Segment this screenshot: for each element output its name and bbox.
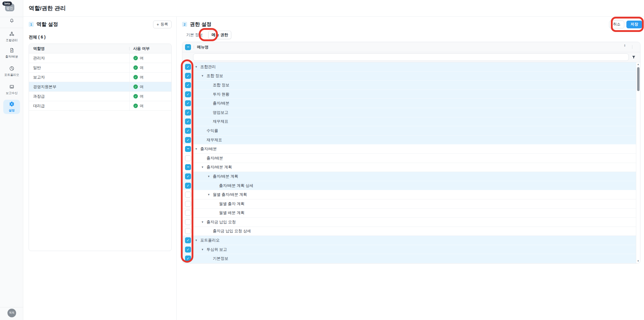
sort-icon[interactable]: ▲▼ [624,44,626,47]
tab-basic-info[interactable]: 기본 정보 [183,31,206,39]
sidebar-item-union-mgmt[interactable]: 조합관리 [0,31,23,42]
menu-name-cell: ▼ 수익률 [194,128,218,133]
expand-arrow-icon[interactable]: ▼ [201,221,207,224]
menu-label: 영업보고 [213,110,228,115]
expand-arrow-icon[interactable]: ▼ [201,166,207,169]
menu-tree-row[interactable]: ▼ 조합관리 [182,62,640,72]
menu-tree-row[interactable]: ▼ 출자/배분 계획 [182,163,640,172]
menu-tree-row[interactable]: ▼ 조합 정보 [182,81,640,90]
cancel-button[interactable]: 취소 [609,21,624,28]
save-button[interactable]: 저장 [626,21,642,28]
menu-name-cell: ▼ 기본정보 [194,256,228,261]
expand-arrow-icon[interactable]: ▼ [201,74,207,77]
row-checkbox[interactable] [185,146,191,152]
expand-arrow-icon[interactable]: ▼ [195,147,200,150]
menu-tree-row[interactable]: ▼ 출자금 납입 요청 [182,218,640,227]
row-checkbox[interactable] [185,128,191,134]
role-table-row[interactable]: 대리급 ✓ 여 [29,101,171,111]
row-checkbox[interactable] [185,256,191,261]
filter-funnel-icon[interactable] [631,55,636,59]
row-checkbox[interactable] [185,247,191,253]
row-checkbox[interactable] [185,173,191,179]
expand-arrow-icon[interactable]: ▼ [207,175,213,178]
sidebar-item-label: 조합관리 [6,38,18,42]
gear-icon [9,101,15,107]
role-table-row[interactable]: 보고자 ✓ 여 [29,73,171,82]
menu-tree-row[interactable]: ▼ 월별 출자/배분 계획 [182,190,640,199]
role-use-label: 여 [140,84,144,90]
row-checkbox[interactable] [185,155,191,161]
row-checkbox[interactable] [185,82,191,88]
row-checkbox[interactable] [185,192,191,198]
page-header: 역할/권한 관리 [23,0,644,17]
expand-arrow-icon[interactable]: ▼ [195,65,200,68]
org-icon [9,31,15,37]
menu-label: 출자/배분 계획 [213,174,238,179]
expand-arrow-icon[interactable]: ▼ [207,193,213,196]
step-badge-2: 2 [182,22,187,27]
row-checkbox[interactable] [185,237,191,243]
role-table-row[interactable]: 과장급 ✓ 여 [29,92,171,101]
sidebar-item-portfolio[interactable]: 포트폴리오 [0,66,23,77]
scrollbar-thumb[interactable] [637,67,640,91]
expand-arrow-icon[interactable]: ▼ [195,239,200,242]
sidebar-item-report-inbox[interactable]: 보고수신 [0,84,23,95]
menu-tree-row[interactable]: ▼ 재무제표 [182,117,640,127]
menu-tree-row[interactable]: ▼ 출자/배분 계획 [182,172,640,181]
menu-tree-row[interactable]: ▼ 출자/배분 [182,154,640,163]
menu-tree-row[interactable]: ▼ 투자 현황 [182,90,640,99]
menu-tree-row[interactable]: ▼ 포트폴리오 [182,236,640,245]
row-checkbox[interactable] [185,64,191,70]
register-button[interactable]: + 등록 [153,21,172,28]
menu-tree-row[interactable]: ▼ 출자금 납입 요청 상세 [182,227,640,236]
menu-name-cell: ▼ 출자/배분 [194,101,229,106]
row-checkbox[interactable] [185,91,191,97]
row-checkbox[interactable] [185,183,191,189]
menu-tree-row[interactable]: ▼ 투심위 보고 [182,245,640,254]
row-checkbox[interactable] [185,210,191,216]
menu-label: 수익률 [207,128,218,133]
role-table-row[interactable]: 경영지원본부 ✓ 여 [29,82,171,92]
role-use-cell: ✓ 여 [129,63,171,72]
row-checkbox[interactable] [185,73,191,79]
menu-filter-input[interactable] [193,53,629,61]
menu-name-cell: ▼ 월별 출자/배분 계획 [194,192,247,197]
role-use-label: 여 [140,65,144,70]
menu-label: 재무제표 [207,137,222,143]
row-checkbox[interactable] [185,137,191,143]
menu-tree-row[interactable]: ▼ 재무제표 [182,136,640,145]
notifications-button[interactable] [0,18,23,24]
menu-tree-row[interactable]: ▼ 조합 정보 [182,72,640,81]
row-checkbox[interactable] [185,100,191,106]
role-table-body: 관리자 ✓ 여 일반 ✓ 여 보고자 ✓ 여 경영지원본부 ✓ 여 과장급 ✓ … [29,53,171,111]
sidebar-item-contribution[interactable]: $ 출자/배분 [0,47,23,59]
row-checkbox[interactable] [185,201,191,207]
row-checkbox[interactable] [185,110,191,116]
role-table-row[interactable]: 관리자 ✓ 여 [29,53,171,63]
menu-tree-row[interactable]: ▼ 월별 출자 계획 [182,199,640,209]
tree-scrollbar[interactable]: ▲ ▼ [636,62,640,263]
column-resize-handle[interactable] [632,45,632,49]
sidebar-item-settings[interactable]: 설정 [0,101,23,113]
row-checkbox[interactable] [185,119,191,124]
scroll-down-icon[interactable]: ▼ [637,260,640,262]
tab-menu-permission[interactable]: 메뉴 권한 [208,31,232,39]
menu-tree-row[interactable]: ▼ 출자/배분 [182,144,640,154]
row-checkbox-cell [182,164,194,170]
menu-tree-row[interactable]: ▼ 수익률 [182,126,640,136]
menu-label: 투자 현황 [213,92,229,97]
scroll-up-icon[interactable]: ▲ [637,63,640,66]
menu-tree-row[interactable]: ▼ 기본정보 [182,254,640,263]
menu-tree-row[interactable]: ▼ 출자/배분 계획 상세 [182,181,640,190]
row-checkbox[interactable] [185,164,191,170]
row-checkbox[interactable] [185,219,191,225]
expand-arrow-icon[interactable]: ▼ [201,248,207,251]
role-table-row[interactable]: 일반 ✓ 여 [29,63,171,73]
row-checkbox[interactable] [185,228,191,234]
select-all-checkbox[interactable] [185,44,191,50]
menu-tree-row[interactable]: ▼ 월별 배분 계획 [182,209,640,218]
chat-widget-button[interactable]: 똑똑 [7,309,16,317]
menu-tree-row[interactable]: ▼ 출자/배분 [182,99,640,108]
menu-tree-row[interactable]: ▼ 영업보고 [182,108,640,117]
sidebar: 법인 beta 조합관리 $ 출자/배분 [0,0,23,320]
